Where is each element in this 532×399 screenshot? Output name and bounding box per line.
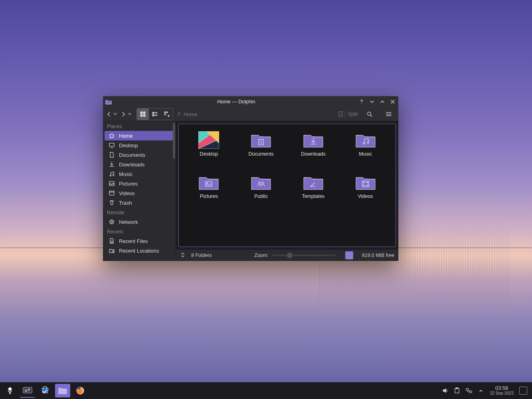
home-icon: [109, 132, 115, 139]
taskbar-item-system-settings[interactable]: [20, 383, 35, 398]
search-button[interactable]: [362, 109, 377, 120]
sidebar-scrollbar[interactable]: [172, 123, 176, 259]
downloads-folder-icon: [303, 131, 324, 149]
sidebar-item-network[interactable]: Network: [105, 217, 174, 227]
maximize-button[interactable]: [379, 99, 386, 105]
sidebar-item-desktop[interactable]: Desktop: [105, 140, 174, 150]
svg-rect-7: [155, 115, 157, 116]
svg-rect-15: [109, 143, 114, 146]
music-icon: [109, 171, 115, 177]
statusbar: 8 Folders Zoom: 819.0 MiB free: [176, 249, 398, 261]
taskbar-item-discover[interactable]: [38, 384, 53, 397]
sidebar-item-recent-locations[interactable]: Recent Locations: [105, 246, 174, 255]
places-section-label: Places: [103, 121, 176, 131]
minimize-button[interactable]: [369, 99, 375, 105]
breadcrumb-separator-icon: [177, 111, 181, 117]
details-view-button[interactable]: [161, 109, 173, 120]
breadcrumb-item-home[interactable]: Home: [184, 111, 198, 117]
tray-expand-icon[interactable]: [478, 387, 484, 394]
forward-button[interactable]: [120, 111, 127, 118]
music-folder-icon: [355, 131, 376, 149]
sidebar-item-trash[interactable]: Trash: [105, 198, 174, 207]
sidebar-item-label: Downloads: [119, 162, 144, 168]
folder-downloads[interactable]: Downloads: [288, 130, 339, 168]
sidebar-item-label: Pictures: [119, 181, 138, 187]
pictures-icon: [109, 180, 115, 187]
titlebar-controls: [358, 99, 396, 105]
sidebar-item-label: Trash: [119, 200, 132, 206]
compact-view-button[interactable]: [149, 109, 161, 120]
folder-videos[interactable]: Videos: [340, 172, 391, 210]
sidebar-item-label: Videos: [119, 190, 135, 196]
trash-icon: [109, 200, 115, 206]
zoom-slider-thumb[interactable]: [287, 253, 293, 258]
clock[interactable]: 03:56 22 Sep 2022: [490, 385, 514, 396]
menu-button[interactable]: [382, 109, 396, 120]
folder-label: Downloads: [301, 151, 326, 157]
disk-usage-indicator[interactable]: [345, 251, 353, 259]
sidebar-item-music[interactable]: Music: [105, 169, 174, 179]
show-desktop-button[interactable]: [519, 387, 527, 395]
system-tray: 03:56 22 Sep 2022: [442, 385, 530, 396]
folder-label: Pictures: [200, 194, 218, 199]
sidebar-item-pictures[interactable]: Pictures: [105, 179, 174, 188]
recent-locations-icon: [109, 247, 115, 254]
statusbar-item-count: 8 Folders: [191, 253, 212, 258]
folder-label: Templates: [302, 194, 324, 199]
sidebar-item-documents[interactable]: Documents: [105, 150, 174, 160]
documents-folder-icon: [251, 131, 271, 149]
nav-back-group: [105, 111, 118, 118]
folder-label: Videos: [358, 194, 373, 199]
desktop-thumbnail-icon: [198, 131, 219, 149]
svg-rect-5: [155, 113, 157, 113]
folder-music[interactable]: Music: [340, 130, 391, 168]
back-menu-button[interactable]: [113, 111, 118, 117]
folder-templates[interactable]: Templates: [288, 172, 339, 210]
download-icon: [109, 161, 115, 168]
sidebar-item-label: Desktop: [119, 142, 138, 148]
document-icon: [109, 152, 115, 158]
svg-rect-37: [23, 387, 32, 393]
network-icon: [109, 219, 115, 225]
volume-icon[interactable]: [442, 387, 448, 394]
svg-rect-8: [164, 112, 166, 113]
nav-forward-group: [120, 111, 133, 118]
icon-view[interactable]: Desktop Documents: [178, 124, 396, 247]
clipboard-icon[interactable]: [454, 387, 460, 394]
recent-section-label: Recent: [103, 227, 176, 236]
svg-rect-2: [140, 115, 142, 117]
templates-folder-icon: [303, 174, 324, 191]
folder-desktop[interactable]: Desktop: [184, 130, 234, 168]
sidebar-item-downloads[interactable]: Downloads: [105, 160, 174, 169]
svg-rect-13: [342, 112, 345, 117]
taskbar-item-firefox[interactable]: [73, 384, 88, 397]
back-button[interactable]: [105, 111, 113, 118]
sidebar-item-home[interactable]: Home: [105, 131, 174, 140]
taskbar-item-dolphin[interactable]: [55, 384, 70, 397]
toolbar-right: Split: [338, 109, 396, 120]
folder-public[interactable]: Public: [236, 172, 287, 210]
forward-menu-button[interactable]: [127, 111, 133, 117]
svg-rect-3: [143, 115, 145, 117]
split-button-label: Split: [348, 111, 358, 117]
sidebar-item-recent-files[interactable]: Recent Files: [105, 236, 174, 246]
free-space-label: 819.0 MiB free: [362, 253, 394, 258]
svg-point-38: [28, 389, 30, 390]
zoom-slider[interactable]: [272, 255, 336, 256]
sidebar-item-videos[interactable]: Videos: [105, 188, 174, 198]
main-area: Desktop Documents: [176, 121, 398, 261]
statusbar-expand-button[interactable]: [180, 252, 186, 259]
folder-pictures[interactable]: Pictures: [184, 172, 234, 210]
split-button[interactable]: Split: [338, 111, 358, 117]
application-launcher[interactable]: [2, 384, 18, 397]
breadcrumb[interactable]: Home: [177, 111, 198, 117]
icons-view-button[interactable]: [137, 109, 149, 120]
titlebar[interactable]: Home — Dolphin: [103, 96, 398, 107]
help-button[interactable]: [358, 99, 365, 105]
network-tray-icon[interactable]: [466, 387, 472, 394]
svg-rect-1: [143, 112, 145, 114]
folder-documents[interactable]: Documents: [236, 130, 287, 168]
svg-point-34: [310, 186, 311, 187]
close-button[interactable]: [390, 99, 396, 105]
public-folder-icon: [251, 174, 271, 191]
